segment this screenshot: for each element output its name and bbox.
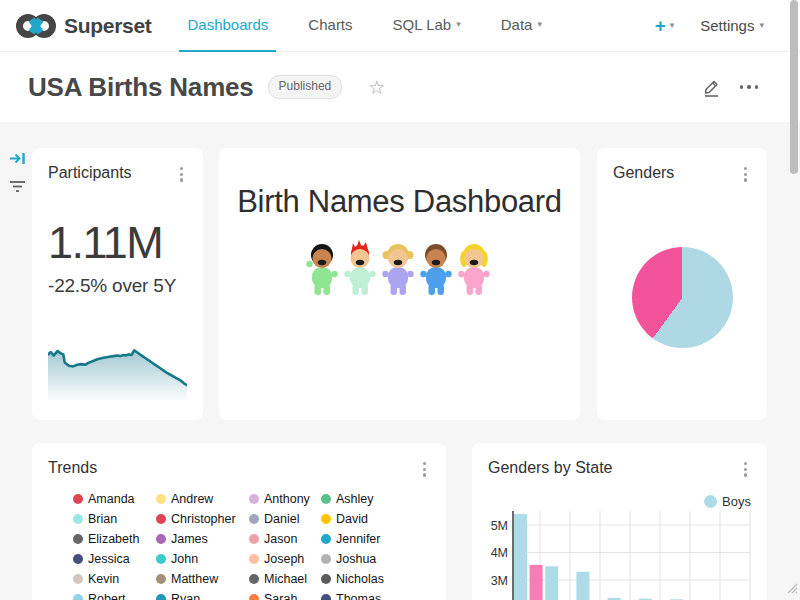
legend-label: Ashley: [336, 492, 374, 506]
nav-tab-sql-lab[interactable]: SQL Lab ▾: [385, 0, 469, 52]
legend-item[interactable]: John: [156, 549, 249, 569]
legend-swatch: [321, 534, 331, 544]
legend-label: David: [336, 512, 368, 526]
participants-trend-chart: [48, 343, 187, 404]
legend-swatch: [156, 534, 166, 544]
legend-item[interactable]: Andrew: [156, 489, 249, 509]
superset-infinity-icon: [16, 11, 56, 41]
legend-label: Andrew: [171, 492, 213, 506]
legend-label: Daniel: [264, 512, 299, 526]
legend-item[interactable]: Jennifer: [321, 529, 405, 549]
nav-tab-charts[interactable]: Charts: [300, 0, 360, 52]
genders-by-state-chart: 5M4M3M: [488, 505, 751, 600]
bar: [514, 514, 527, 600]
legend-item[interactable]: Ashley: [321, 489, 405, 509]
legend-swatch: [156, 514, 166, 524]
legend-label: Brian: [88, 512, 117, 526]
legend-swatch: [73, 574, 83, 584]
trends-card: Trends AmandaAndrewAnthonyAshleyBrianChr…: [32, 443, 446, 600]
legend-item[interactable]: Anthony: [249, 489, 321, 509]
legend-item[interactable]: Elizabeth: [73, 529, 156, 549]
legend-item[interactable]: Nicholas: [321, 569, 405, 589]
big-number-subheader: -22.5% over 5Y: [48, 275, 187, 297]
legend-swatch: [249, 514, 259, 524]
trends-legend: AmandaAndrewAnthonyAshleyBrianChristophe…: [73, 489, 405, 600]
legend-label: Jason: [264, 532, 297, 546]
legend-label: John: [171, 552, 198, 566]
legend-item[interactable]: Robert: [73, 589, 156, 600]
edit-pencil-icon[interactable]: [701, 76, 722, 98]
kebab-menu-icon[interactable]: [740, 459, 751, 480]
legend-item[interactable]: Amanda: [73, 489, 156, 509]
dashboard-grid: Participants 1.11M -22.5% over 5Y Birth …: [0, 122, 800, 600]
dashboard-header: USA Births Names Published ☆: [0, 52, 800, 122]
legend-item[interactable]: Joseph: [249, 549, 321, 569]
legend-swatch: [321, 574, 331, 584]
legend-swatch: [249, 594, 259, 600]
nav-tab-data[interactable]: Data ▾: [493, 0, 550, 52]
legend-item[interactable]: Sarah: [249, 589, 321, 600]
legend-label: Sarah: [264, 592, 297, 600]
legend-label: Elizabeth: [88, 532, 139, 546]
legend-swatch: [321, 554, 331, 564]
legend-swatch: [249, 554, 259, 564]
more-actions-icon[interactable]: [740, 85, 759, 89]
legend-item[interactable]: Thomas: [321, 589, 405, 600]
legend-swatch: [249, 574, 259, 584]
resize-handle-icon[interactable]: [784, 580, 798, 598]
legend-item[interactable]: Daniel: [249, 509, 321, 529]
published-badge[interactable]: Published: [268, 75, 343, 99]
legend-swatch: [73, 514, 83, 524]
expand-filter-bar-icon[interactable]: [8, 150, 27, 167]
bar: [530, 565, 543, 600]
legend-item[interactable]: Joshua: [321, 549, 405, 569]
legend-label: Jessica: [88, 552, 130, 566]
legend-swatch: [156, 554, 166, 564]
legend-item[interactable]: Matthew: [156, 569, 249, 589]
legend-label: Anthony: [264, 492, 310, 506]
big-number-value: 1.11M: [48, 217, 187, 269]
children-illustration: [235, 240, 564, 302]
legend-label: Joshua: [336, 552, 376, 566]
legend-item[interactable]: Christopher: [156, 509, 249, 529]
chart-title: Genders by State: [488, 459, 613, 477]
legend-swatch: [73, 554, 83, 564]
legend-swatch: [249, 494, 259, 504]
legend-label: Jennifer: [336, 532, 380, 546]
kebab-menu-icon[interactable]: [419, 459, 430, 480]
nav-tab-dashboards[interactable]: Dashboards: [179, 0, 276, 52]
markdown-card: Birth Names Dashboard: [219, 148, 580, 420]
kebab-menu-icon[interactable]: [740, 164, 751, 185]
legend-swatch: [73, 594, 83, 600]
filter-icon[interactable]: [8, 179, 27, 194]
svg-text:4M: 4M: [491, 546, 508, 560]
bar: [576, 572, 589, 600]
legend-item[interactable]: Michael: [249, 569, 321, 589]
participants-card: Participants 1.11M -22.5% over 5Y: [32, 148, 203, 420]
legend-label: Ryan: [171, 592, 200, 600]
legend-item[interactable]: Brian: [73, 509, 156, 529]
legend-swatch: [321, 514, 331, 524]
superset-logo[interactable]: Superset: [16, 11, 151, 41]
new-button[interactable]: + ▾: [655, 16, 675, 35]
favorite-star-icon[interactable]: ☆: [368, 76, 385, 99]
brand-text: Superset: [64, 14, 151, 38]
legend-label: James: [171, 532, 208, 546]
legend-label: Christopher: [171, 512, 236, 526]
vertical-scrollbar-thumb[interactable]: [790, 0, 798, 174]
legend-item[interactable]: Jason: [249, 529, 321, 549]
legend-item[interactable]: David: [321, 509, 405, 529]
legend-swatch: [156, 594, 166, 600]
legend-item[interactable]: Jessica: [73, 549, 156, 569]
settings-menu[interactable]: Settings ▾: [700, 17, 764, 34]
genders-pie: [632, 247, 733, 348]
legend-item[interactable]: Ryan: [156, 589, 249, 600]
kebab-menu-icon[interactable]: [176, 164, 187, 185]
page-title: USA Births Names: [28, 72, 254, 103]
caret-down-icon: ▾: [456, 20, 461, 29]
legend-swatch: [156, 574, 166, 584]
legend-item[interactable]: Kevin: [73, 569, 156, 589]
legend-swatch: [249, 534, 259, 544]
legend-item[interactable]: James: [156, 529, 249, 549]
bar: [545, 566, 558, 600]
